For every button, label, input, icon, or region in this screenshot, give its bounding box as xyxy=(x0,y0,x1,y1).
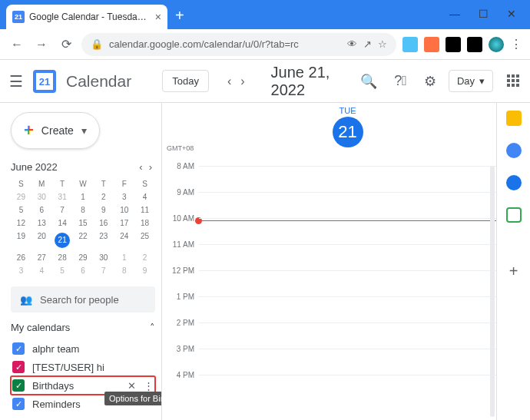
mini-cal-day[interactable]: 9 xyxy=(134,264,155,277)
hour-slot[interactable]: 1 PM xyxy=(199,296,496,322)
mini-cal-day[interactable]: 14 xyxy=(52,217,73,230)
mini-cal-day[interactable]: 6 xyxy=(31,203,52,217)
gear-icon[interactable]: ⚙ xyxy=(424,73,436,90)
mini-cal-day[interactable]: 25 xyxy=(134,230,155,251)
calendar-item[interactable]: ✓Reminders xyxy=(11,395,155,413)
calendar-options-icon[interactable]: ⋮ xyxy=(144,380,154,392)
apps-icon[interactable] xyxy=(507,74,521,88)
mini-cal-day[interactable]: 30 xyxy=(93,251,114,264)
extension-icon[interactable] xyxy=(446,37,461,52)
minimize-icon[interactable]: — xyxy=(449,8,460,20)
mini-cal-day[interactable]: 2 xyxy=(93,190,114,203)
share-icon[interactable]: ↗ xyxy=(363,38,372,50)
prev-period-button[interactable]: ‹ xyxy=(227,74,231,88)
browser-tab[interactable]: 21 Google Calendar - Tuesday, June × xyxy=(6,5,167,29)
forward-button[interactable]: → xyxy=(32,38,51,51)
mini-cal-day[interactable]: 28 xyxy=(52,251,73,264)
close-window-icon[interactable]: ✕ xyxy=(507,8,516,20)
keep-icon[interactable] xyxy=(506,111,522,126)
close-icon[interactable]: × xyxy=(155,11,161,23)
next-period-button[interactable]: › xyxy=(240,74,244,88)
mini-cal-day[interactable]: 18 xyxy=(134,217,155,230)
reload-button[interactable]: ⟳ xyxy=(57,37,75,51)
mini-cal-day[interactable]: 1 xyxy=(114,251,134,264)
calendar-checkbox[interactable]: ✓ xyxy=(12,361,25,373)
hour-slot[interactable]: 8 AM xyxy=(199,166,496,192)
maps-icon[interactable] xyxy=(506,207,522,223)
calendar-item[interactable]: ✓alphr team xyxy=(11,339,155,358)
mini-cal-day[interactable]: 31 xyxy=(52,190,73,203)
mini-cal-day[interactable]: 17 xyxy=(114,217,134,230)
mini-cal-day[interactable]: 7 xyxy=(93,264,114,277)
back-button[interactable]: ← xyxy=(8,38,26,51)
remove-calendar-icon[interactable]: ✕ xyxy=(128,380,136,392)
calendar-item[interactable]: ✓[TEST/USER] hi xyxy=(11,358,155,376)
star-icon[interactable]: ☆ xyxy=(378,38,387,50)
mini-cal-day[interactable]: 29 xyxy=(11,190,31,203)
contacts-icon[interactable] xyxy=(506,175,522,190)
extension-icon[interactable] xyxy=(402,37,418,52)
mini-cal-day[interactable]: 1 xyxy=(73,190,94,203)
mini-cal-day[interactable]: 22 xyxy=(73,230,94,251)
help-icon[interactable]: ?⃝ xyxy=(394,73,407,89)
mini-cal-day[interactable]: 16 xyxy=(93,217,114,230)
mini-cal-day[interactable]: 4 xyxy=(31,264,52,277)
mini-cal-day[interactable]: 26 xyxy=(11,251,31,264)
mini-cal-day[interactable]: 4 xyxy=(134,190,155,203)
hour-slot[interactable]: 9 AM xyxy=(199,192,496,218)
today-button[interactable]: Today xyxy=(162,70,209,92)
calendar-checkbox[interactable]: ✓ xyxy=(12,379,25,392)
kebab-icon[interactable]: ⋮ xyxy=(510,37,522,51)
eye-icon[interactable]: 👁 xyxy=(347,38,357,50)
menu-icon[interactable]: ☰ xyxy=(9,72,23,91)
hour-slot[interactable]: 12 PM xyxy=(199,270,496,296)
mini-cal-day[interactable]: 6 xyxy=(73,264,94,277)
mini-cal-day[interactable]: 20 xyxy=(31,230,52,251)
mini-cal-day[interactable]: 8 xyxy=(73,203,94,217)
extension-icon[interactable] xyxy=(467,37,482,52)
calendar-checkbox[interactable]: ✓ xyxy=(12,342,25,355)
hour-slot[interactable]: 2 PM xyxy=(199,322,496,349)
tasks-icon[interactable] xyxy=(506,143,522,158)
mini-cal-day[interactable]: 19 xyxy=(11,230,31,251)
new-tab-button[interactable]: + xyxy=(175,7,184,25)
search-people-input[interactable]: 👥 Search for people xyxy=(11,286,155,313)
hour-grid[interactable]: 8 AM9 AM10 AM11 AM12 PM1 PM2 PM3 PM4 PM xyxy=(199,166,496,420)
mini-cal-day[interactable]: 5 xyxy=(52,264,73,277)
add-panel-icon[interactable]: + xyxy=(509,263,518,280)
mini-cal-day[interactable]: 3 xyxy=(11,264,31,277)
mini-cal-day[interactable]: 27 xyxy=(31,251,52,264)
mini-cal-day[interactable]: 13 xyxy=(31,217,52,230)
mini-cal-day[interactable]: 11 xyxy=(134,203,155,217)
hour-slot[interactable]: 3 PM xyxy=(199,349,496,375)
search-icon[interactable]: 🔍 xyxy=(360,73,377,90)
mini-cal-prev[interactable]: ‹ xyxy=(139,161,142,173)
extension-icon[interactable] xyxy=(424,37,439,52)
mini-cal-day[interactable]: 8 xyxy=(114,264,134,277)
scrollbar[interactable] xyxy=(490,166,495,417)
mini-cal-day[interactable]: 12 xyxy=(11,217,31,230)
mini-cal-day[interactable]: 24 xyxy=(114,230,134,251)
calendar-item[interactable]: ✓Birthdays✕⋮Options for Birthdays xyxy=(11,376,155,395)
hour-slot[interactable]: 10 AM xyxy=(199,218,496,244)
my-calendars-toggle[interactable]: My calendars ˄ xyxy=(11,322,155,333)
hour-slot[interactable]: 4 PM xyxy=(199,375,496,401)
mini-cal-day[interactable]: 10 xyxy=(114,203,134,217)
mini-cal-day[interactable]: 30 xyxy=(31,190,52,203)
view-selector[interactable]: Day ▾ xyxy=(449,70,493,92)
mini-cal-day[interactable]: 2 xyxy=(134,251,155,264)
mini-cal-day[interactable]: 7 xyxy=(52,203,73,217)
calendar-checkbox[interactable]: ✓ xyxy=(12,398,25,410)
mini-cal-day[interactable]: 29 xyxy=(73,251,94,264)
mini-cal-day[interactable]: 5 xyxy=(11,203,31,217)
address-bar[interactable]: 🔒 calendar.google.com/calendar/u/0/r?tab… xyxy=(81,33,396,56)
mini-cal-day[interactable]: 3 xyxy=(114,190,134,203)
hour-slot[interactable]: 11 AM xyxy=(199,244,496,270)
create-button[interactable]: + Create ▾ xyxy=(11,112,100,149)
profile-icon[interactable] xyxy=(489,37,504,52)
mini-cal-day[interactable]: 23 xyxy=(93,230,114,251)
mini-cal-day[interactable]: 15 xyxy=(73,217,94,230)
day-header[interactable]: TUE 21 xyxy=(199,103,496,155)
mini-cal-day[interactable]: 9 xyxy=(93,203,114,217)
maximize-icon[interactable]: ☐ xyxy=(479,8,489,20)
